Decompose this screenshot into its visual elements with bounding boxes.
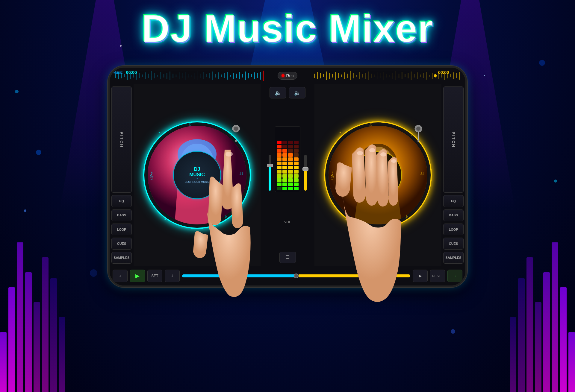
turntable-left[interactable]: ♩ ♪ 𝄞 ♫ ♩ ♪ ♬ ♩: [143, 121, 251, 229]
device-container: Music 00:00: [108, 66, 467, 287]
pitch-btn-left[interactable]: PITCH: [111, 86, 132, 193]
svg-point-227: [416, 127, 420, 131]
vol-btn-left[interactable]: 🔈: [270, 87, 286, 98]
label-subtitle-left: BEST ROCK MUSIC: [184, 180, 209, 183]
play-icon: ▶: [135, 273, 140, 279]
eq-col-3: [288, 141, 293, 190]
loop-btn-right[interactable]: LOOP: [443, 224, 464, 235]
set-btn[interactable]: SET: [147, 270, 162, 282]
phone-frame: Music 00:00: [108, 66, 467, 287]
dj-screen: Music 00:00: [110, 68, 465, 285]
decorative-eq-right: [510, 183, 575, 392]
arrow-btn[interactable]: →: [447, 270, 462, 282]
play-button[interactable]: ▶: [130, 270, 145, 282]
volume-sliders: [267, 126, 308, 192]
right-panel: PITCH EQ BASS LOOP CUES SAMPLES: [441, 84, 465, 266]
eq-display: [275, 126, 300, 192]
deck-left: ♩ ♪ 𝄞 ♫ ♩ ♪ ♬ ♩: [134, 84, 261, 266]
title-container: DJ Music Mixer: [0, 9, 575, 48]
music-icon: ♪: [119, 274, 121, 278]
eq-btn-right[interactable]: EQ: [443, 195, 464, 207]
volume-buttons: 🔈 🔈: [270, 87, 305, 98]
eq-col-2: [282, 141, 287, 190]
cues-btn-right[interactable]: CUES: [443, 238, 464, 249]
waveform-bar: Music 00:00: [110, 68, 465, 84]
eq-col-1: [277, 141, 282, 190]
reset-btn[interactable]: RESET: [430, 270, 445, 282]
waveform-left: [113, 71, 264, 81]
bokeh-1: [15, 90, 19, 93]
turntable-label-left: DJ MUSIC ● BEST ROCK MUSIC: [173, 151, 221, 199]
turntable-label-right: DJ MUSIC ● BEST ROCK MUSIC: [354, 151, 402, 199]
left-panel: PITCH EQ BASS LOOP CUES SAMPLES: [110, 84, 134, 266]
eq-btn-left[interactable]: EQ: [111, 195, 132, 207]
music-btn[interactable]: ♪: [113, 270, 128, 282]
vol-slider-right[interactable]: [304, 155, 307, 191]
progress-bar-right[interactable]: [299, 274, 410, 277]
eq-col-4: [294, 141, 299, 190]
turntable-right[interactable]: ♩ ♪ 𝄞 ♫ ♩ ♪ ♬ ♩: [324, 121, 432, 229]
vol-btn-right[interactable]: 🔈: [289, 87, 305, 98]
bottom-controls: ♪ ▶ SET ♩ ▶ RESET →: [110, 266, 465, 285]
bokeh-4: [539, 60, 545, 66]
bokeh-6: [90, 269, 97, 277]
bass-btn-left[interactable]: BASS: [111, 209, 132, 221]
svg-point-212: [234, 127, 238, 131]
progress-bar-left[interactable]: [182, 274, 294, 277]
label-title-right2: MUSIC: [370, 172, 386, 177]
progress-bar-divider: [294, 274, 299, 278]
vol-slider-left[interactable]: [269, 155, 271, 191]
rec-dot: [282, 74, 285, 77]
waveform-center: Rec: [264, 72, 311, 80]
loop-btn-left[interactable]: LOOP: [111, 224, 132, 235]
menu-button[interactable]: ☰: [279, 252, 296, 263]
play-right-btn[interactable]: ▶: [413, 270, 428, 282]
progress-bars-row: [182, 274, 410, 278]
label-title-left: DJ: [194, 167, 200, 172]
deck-right: ♩ ♪ 𝄞 ♫ ♩ ♪ ♬ ♩: [314, 84, 441, 266]
pitch-btn-right[interactable]: PITCH: [443, 86, 464, 193]
bokeh-7: [451, 329, 455, 334]
svg-point-214: [235, 140, 237, 142]
bokeh-5: [554, 180, 557, 183]
music-note-btn[interactable]: ♩: [165, 270, 180, 282]
cues-btn-left[interactable]: CUES: [111, 238, 132, 249]
label-title-left2: MUSIC: [189, 172, 205, 177]
deck-area: PITCH EQ BASS LOOP CUES SAMPLES ♩: [110, 84, 465, 266]
decorative-eq-left: [0, 183, 65, 392]
rec-button[interactable]: Rec: [278, 72, 298, 80]
bokeh-10: [484, 75, 485, 76]
samples-btn-right[interactable]: SAMPLES: [443, 252, 464, 264]
bokeh-2: [36, 150, 41, 155]
label-title-right: DJ: [375, 167, 381, 172]
rec-label: Rec: [286, 73, 294, 78]
svg-point-229: [417, 140, 419, 142]
main-title: DJ Music Mixer: [0, 9, 575, 48]
vol-label: VOL: [284, 220, 291, 224]
center-mixer: 🔈 🔈: [261, 84, 314, 266]
samples-btn-left[interactable]: SAMPLES: [111, 252, 132, 264]
label-subtitle-right: BEST ROCK MUSIC: [365, 180, 390, 183]
time-right: 00:00: [438, 70, 449, 75]
bass-btn-right[interactable]: BASS: [443, 209, 464, 221]
svg-point-197: [434, 74, 437, 77]
